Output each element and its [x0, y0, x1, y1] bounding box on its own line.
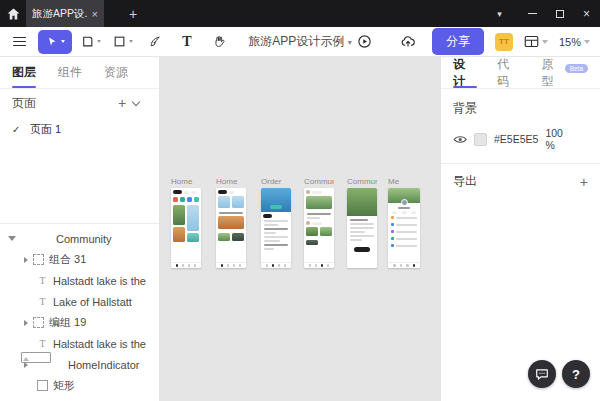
background-hex-value[interactable]: #E5E5E5 [494, 133, 538, 145]
canvas-frame-home-1[interactable]: Home [171, 176, 201, 268]
thumb-line [350, 235, 374, 237]
frame-tool-button[interactable] [78, 30, 104, 54]
pen-icon [149, 35, 162, 48]
upload-button[interactable] [395, 30, 421, 54]
expand-caret-icon[interactable] [24, 320, 28, 326]
export-section: 导出 + [441, 164, 600, 199]
phone-mockup-me[interactable] [388, 188, 420, 268]
phone-mockup-home-1[interactable] [171, 188, 201, 268]
avatar[interactable]: TT [495, 33, 513, 51]
frame-tool-icon [81, 35, 94, 48]
thumb-photo [320, 227, 332, 236]
thumb-chip [312, 191, 322, 194]
frame-label[interactable]: Home [216, 176, 246, 188]
layout-grid-button[interactable] [524, 30, 548, 54]
new-tab-button[interactable]: + [118, 6, 148, 22]
help-button[interactable]: ? [562, 360, 590, 388]
frame-label[interactable]: Home [171, 176, 201, 188]
phone-mockup-community-2[interactable] [347, 188, 377, 268]
thumb-line [350, 219, 368, 221]
hand-tool-button[interactable] [206, 30, 232, 54]
window-maximize-button[interactable] [546, 0, 573, 27]
window-minimize-button[interactable] [519, 0, 546, 27]
export-header: 导出 [453, 173, 580, 190]
move-tool-button[interactable] [38, 30, 72, 54]
window-menu-caret-icon[interactable]: ▾ [486, 0, 513, 27]
text-layer-icon: T [37, 338, 48, 349]
window-close-button[interactable]: × [573, 0, 600, 27]
right-panel: 设计 代码 原型 Beta 背景 #E5E5E5 100 % 导出 + [440, 57, 600, 401]
tab-prototype-label: 原型 [541, 56, 561, 90]
doc-title[interactable]: 旅游APP设计示例 ▾ [248, 34, 351, 48]
page-item-1[interactable]: ✓ 页面 1 [0, 117, 159, 141]
expand-caret-icon[interactable] [24, 257, 28, 263]
canvas-frame-me[interactable]: Me [388, 176, 420, 268]
collapse-caret-icon[interactable] [8, 236, 16, 241]
thumb-line [264, 220, 288, 222]
shape-tool-caret-icon [129, 40, 133, 43]
layer-row-text-1[interactable]: T Halstadt lake is the [0, 270, 159, 291]
canvas-frame-community-2[interactable]: Commun... [347, 176, 377, 268]
background-opacity-value[interactable]: 100 % [545, 127, 588, 151]
layer-row-community[interactable]: Community [0, 228, 159, 249]
zoom-control[interactable]: 15% [559, 36, 590, 48]
thumb-photo-grid [216, 194, 246, 210]
phone-mockup-order[interactable] [261, 188, 291, 268]
thumb-photo [218, 196, 230, 208]
layer-row-group-31[interactable]: 组合 31 [0, 249, 159, 270]
thumb-icon [194, 197, 199, 202]
tab-components[interactable]: 组件 [58, 57, 82, 88]
tab-design[interactable]: 设计 [453, 57, 475, 88]
tab-prototype[interactable]: 原型 Beta [541, 57, 588, 88]
document-tab[interactable]: 旅游APP设... × [26, 0, 104, 27]
feedback-button[interactable] [528, 360, 556, 388]
frame-label[interactable]: Order [261, 176, 291, 188]
thumb-photo [218, 216, 244, 229]
thumb-menu-row [388, 214, 420, 221]
share-button[interactable]: 分享 [432, 28, 484, 55]
add-page-button[interactable]: + [111, 95, 133, 111]
thumb-line [264, 244, 288, 246]
frame-label[interactable]: Me [388, 176, 420, 188]
present-button[interactable] [352, 30, 378, 54]
thumb-photo [173, 205, 185, 225]
workspace: 图层 组件 资源 页面 + ✓ 页面 1 Community 组合 31 [0, 57, 600, 401]
phone-mockup-home-2[interactable] [216, 188, 246, 268]
main-menu-button[interactable] [6, 30, 32, 54]
layer-row-rect[interactable]: 矩形 [0, 375, 159, 396]
thumb-photo [173, 227, 185, 242]
home-icon[interactable] [0, 0, 26, 27]
layer-row-group-19[interactable]: 编组 19 [0, 312, 159, 333]
thumb-photo [187, 233, 199, 242]
tab-code[interactable]: 代码 [497, 57, 519, 88]
tab-close-icon[interactable]: × [92, 8, 98, 20]
pen-tool-button[interactable] [142, 30, 168, 54]
canvas-frame-community-1[interactable]: Commun... [304, 176, 334, 268]
canvas[interactable]: Home Home [160, 57, 440, 401]
canvas-frame-order[interactable]: Order [261, 176, 291, 268]
thumb-line [350, 239, 362, 241]
tab-resources[interactable]: 资源 [104, 57, 128, 88]
layer-row-text-3[interactable]: T Halstadt lake is the [0, 333, 159, 354]
thumb-icon [180, 197, 185, 202]
text-tool-button[interactable]: T [174, 30, 200, 54]
visibility-eye-icon[interactable] [453, 134, 467, 145]
add-export-button[interactable]: + [580, 174, 588, 190]
titlebar: 旅游APP设... × + ▾ × [0, 0, 600, 27]
layer-label: HomeIndicator [68, 359, 140, 371]
phone-mockup-community-1[interactable] [304, 188, 334, 268]
thumb-photo-grid [216, 231, 246, 243]
thumb-photo-grid [171, 203, 201, 262]
tab-layers[interactable]: 图层 [12, 57, 36, 88]
frame-label[interactable]: Commun... [304, 176, 334, 188]
thumb-avatar [401, 199, 408, 206]
background-color-swatch[interactable] [474, 133, 487, 146]
thumb-photo [232, 196, 244, 208]
pages-collapse-chevron-icon[interactable] [132, 98, 140, 106]
thumb-line [264, 236, 288, 238]
frame-label[interactable]: Commun... [347, 176, 377, 188]
shape-tool-button[interactable] [110, 30, 136, 54]
layout-grid-caret-icon [542, 40, 548, 44]
layer-row-text-2[interactable]: T Lake of Hallstatt [0, 291, 159, 312]
canvas-frame-home-2[interactable]: Home [216, 176, 246, 268]
